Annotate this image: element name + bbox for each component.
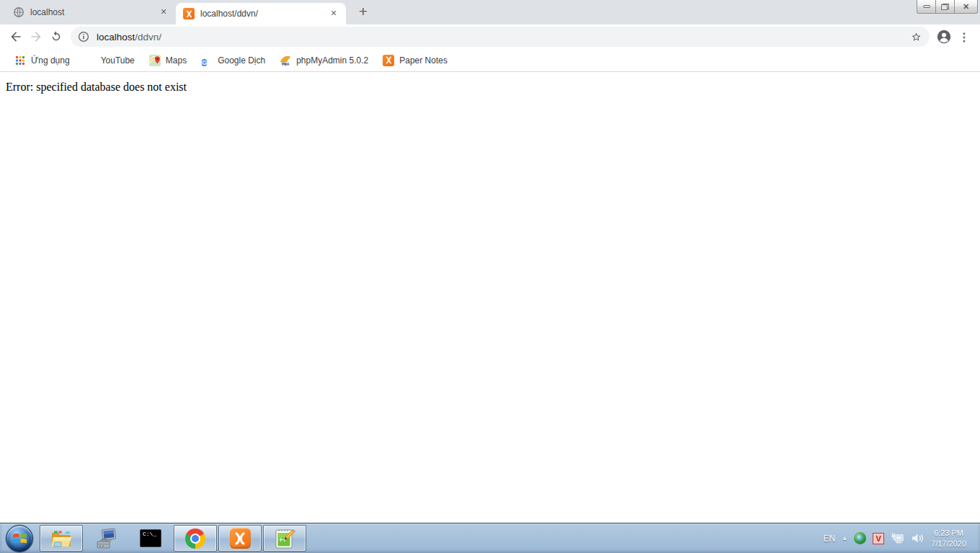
reload-icon	[50, 30, 63, 43]
chrome-window: localhost × localhost/ddvn/ × + ✕	[0, 0, 980, 523]
minimize-button[interactable]	[917, 0, 936, 14]
profile-avatar[interactable]	[934, 27, 954, 47]
bookmark-label: YouTube	[101, 55, 135, 66]
chrome-menu-button[interactable]: ⋮	[954, 27, 974, 47]
page-content: Error: specified database does not exist	[0, 72, 980, 523]
avatar-icon	[936, 29, 952, 45]
xampp-icon	[230, 528, 251, 549]
tab-title: localhost	[30, 7, 151, 17]
explorer-folder-icon	[49, 528, 74, 549]
v-antivirus-tray-icon[interactable]: V	[873, 533, 884, 544]
bookmark-label: Maps	[166, 55, 187, 66]
reload-button[interactable]	[46, 27, 66, 47]
taskbar-clock[interactable]: 6:23 PM 7/17/2020	[931, 528, 966, 549]
url-text[interactable]: localhost/ddvn/	[97, 32, 910, 42]
close-button[interactable]: ✕	[954, 0, 978, 14]
windows-taskbar: C:\_ ++ EN ▲ V	[0, 523, 980, 553]
apps-grid-icon	[14, 55, 26, 66]
network-icon[interactable]	[891, 532, 904, 544]
forward-button[interactable]	[26, 27, 46, 47]
tab-title: localhost/ddvn/	[200, 9, 321, 19]
forward-icon	[29, 30, 43, 44]
taskbar-computer[interactable]	[84, 525, 128, 552]
taskbar-notepad-plus-plus[interactable]: ++	[263, 525, 306, 552]
taskbar-xampp[interactable]	[218, 525, 262, 552]
show-hidden-icons-button[interactable]: ▲	[842, 535, 847, 541]
volume-icon[interactable]	[911, 532, 925, 544]
taskbar-command-prompt[interactable]: C:\_	[129, 525, 172, 552]
bookmark-google-translate[interactable]: G Google Dịch	[195, 52, 271, 69]
browser-toolbar: localhost/ddvn/ ⋮	[0, 24, 980, 49]
tab-localhost[interactable]: localhost ×	[6, 0, 176, 24]
bookmark-label: Paper Notes	[399, 55, 447, 66]
clock-time: 6:23 PM	[931, 528, 966, 539]
back-icon	[9, 30, 23, 44]
language-indicator[interactable]: EN	[823, 534, 835, 544]
idm-tray-icon[interactable]	[854, 532, 866, 544]
bookmark-phpmyadmin[interactable]: PMA phpMyAdmin 5.0.2	[274, 52, 374, 69]
google-translate-icon: G	[202, 59, 207, 66]
error-message: Error: specified database does not exist	[0, 72, 980, 94]
back-button[interactable]	[6, 27, 26, 47]
xampp-icon	[183, 8, 195, 19]
bookmark-maps[interactable]: Maps	[143, 52, 192, 69]
notepad-plus-plus-icon: ++	[273, 528, 296, 549]
restore-icon	[941, 4, 949, 10]
bookmark-youtube[interactable]: YouTube	[79, 52, 141, 69]
url-path: /ddvn/	[135, 32, 161, 42]
tab-localhost-ddvn[interactable]: localhost/ddvn/ ×	[176, 3, 346, 24]
taskbar-windows-explorer[interactable]	[40, 525, 83, 552]
globe-icon	[13, 6, 24, 18]
close-tab-icon[interactable]: ×	[157, 6, 170, 19]
address-bar[interactable]: localhost/ddvn/	[71, 27, 930, 47]
computer-icon	[94, 528, 118, 549]
phpmyadmin-icon: PMA	[280, 55, 291, 66]
bookmark-apps[interactable]: Ứng dụng	[9, 52, 76, 69]
windows-start-orb-icon	[6, 525, 33, 552]
close-tab-icon[interactable]: ×	[327, 7, 340, 20]
tab-strip: localhost × localhost/ddvn/ × + ✕	[0, 0, 980, 24]
bookmarks-bar: Ứng dụng YouTube Maps G Google Dịch PMA	[0, 49, 980, 72]
svg-text:PMA: PMA	[282, 62, 290, 66]
taskbar-google-chrome[interactable]	[174, 525, 217, 552]
bookmark-label: Google Dịch	[218, 55, 265, 66]
bookmark-paper-notes[interactable]: Paper Notes	[377, 52, 453, 69]
page-info-icon[interactable]	[78, 31, 89, 42]
clock-date: 7/17/2020	[931, 539, 966, 549]
xampp-icon	[383, 55, 394, 66]
command-prompt-icon: C:\_	[140, 529, 161, 547]
google-maps-icon	[149, 55, 161, 66]
system-tray: EN ▲ V 6:23 PM 7/17/2020	[823, 523, 980, 553]
url-host: localhost	[97, 32, 135, 42]
chrome-icon	[185, 529, 205, 549]
bookmark-label: Ứng dụng	[31, 55, 70, 66]
new-tab-button[interactable]: +	[353, 2, 373, 22]
restore-button[interactable]	[935, 0, 955, 14]
bookmark-label: phpMyAdmin 5.0.2	[296, 55, 368, 66]
bookmark-star-icon[interactable]	[910, 31, 922, 43]
start-button[interactable]	[0, 523, 39, 553]
window-controls: ✕	[917, 0, 978, 14]
minimize-icon	[923, 5, 930, 8]
